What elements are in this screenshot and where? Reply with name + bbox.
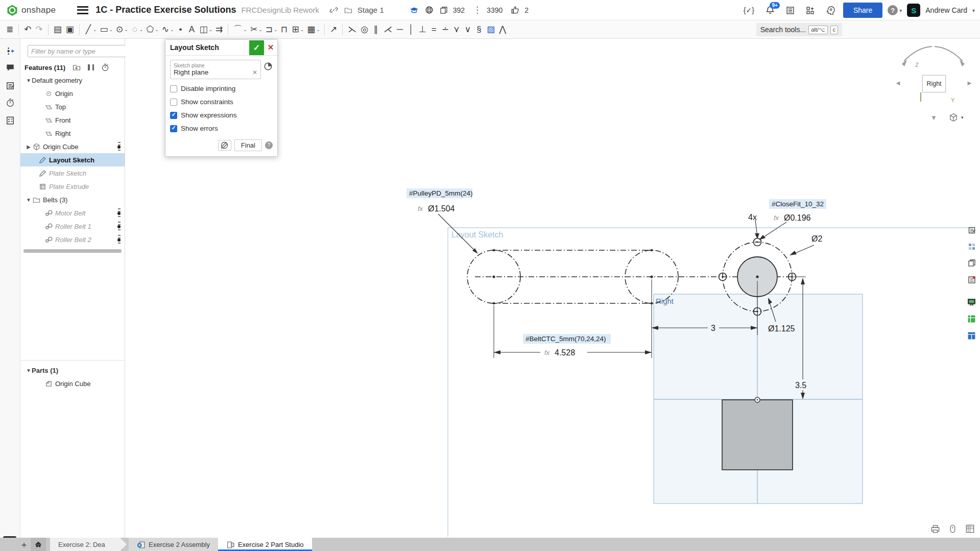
accept-button[interactable]: ✓ — [249, 40, 264, 55]
offset-icon[interactable]: ⇉ — [213, 23, 225, 36]
tab-exercise-2-dea[interactable]: Exercise 2: Dea — [50, 538, 127, 551]
workspace-name[interactable]: Stage 1 — [357, 6, 384, 14]
grid-view-icon[interactable] — [965, 524, 975, 535]
symmetric-icon[interactable]: ⋎ — [451, 23, 462, 36]
share-button[interactable]: Share — [843, 3, 882, 18]
feature-list-toggle-icon[interactable]: ≣ — [4, 23, 15, 36]
rollback-handle[interactable] — [118, 222, 121, 231]
home-tab-button[interactable] — [31, 538, 46, 551]
dropdown-caret-icon[interactable]: ⌄ — [243, 27, 247, 32]
tangent-icon[interactable]: ⋌ — [381, 23, 394, 36]
rollback-stopwatch-icon[interactable] — [101, 63, 109, 71]
final-sketch-icon[interactable] — [218, 140, 231, 151]
sheets-icon[interactable]: ▤ — [52, 23, 64, 36]
new-folder-icon[interactable] — [73, 63, 81, 71]
checklist-icon[interactable] — [4, 114, 16, 127]
help-icon[interactable]: ? — [888, 5, 898, 15]
line-icon[interactable]: ╱ — [83, 23, 94, 36]
dimension-bolt-circle[interactable]: Ø2 — [790, 234, 822, 255]
panel-lines-icon[interactable] — [966, 225, 977, 235]
dropdown-caret-icon[interactable]: ⌄ — [155, 27, 159, 32]
panel-doc-icon[interactable] — [966, 257, 977, 268]
redo-icon[interactable]: ↷ — [34, 23, 45, 36]
panel-display-icon[interactable] — [966, 297, 977, 307]
insert-icon[interactable] — [4, 45, 16, 57]
pattern-icon[interactable]: ⊞ — [290, 23, 301, 36]
history-icon[interactable] — [4, 97, 16, 109]
chevron-right-icon[interactable]: ▶ — [26, 144, 32, 150]
import-dxf-icon[interactable]: ▦ — [305, 23, 317, 36]
normal-icon[interactable]: ∨ — [462, 23, 473, 36]
release-list-icon[interactable] — [786, 6, 795, 15]
point-icon[interactable]: • — [175, 23, 186, 36]
checkbox-icon[interactable] — [170, 112, 177, 119]
bore-dia-value[interactable]: Ø1.125 — [768, 324, 795, 333]
feature-list-scrollbar[interactable] — [23, 249, 122, 253]
closefit-dia-value[interactable]: Ø0.196 — [784, 213, 811, 222]
copies-icon[interactable] — [440, 6, 448, 14]
tree-item-belts-folder[interactable]: ▼ Belts (3) — [20, 193, 125, 206]
checkbox-icon[interactable] — [170, 125, 177, 132]
horizontal-icon[interactable]: ─ — [394, 23, 405, 36]
construction-circle-icon[interactable]: ◌ — [129, 23, 140, 36]
rotate-down-arrow[interactable]: ▼ — [930, 114, 937, 122]
tree-item-origin-cube[interactable]: ▶ Origin Cube — [20, 140, 125, 153]
notes-icon[interactable] — [4, 80, 16, 92]
fillet-icon[interactable]: ⌒ — [231, 22, 244, 36]
onshape-logo[interactable]: onshape — [0, 4, 63, 16]
mirror-icon[interactable]: ◫ — [198, 23, 210, 36]
tree-item-motor-belt[interactable]: Motor Belt — [20, 206, 125, 220]
bolt-circle-dia-value[interactable]: Ø2 — [811, 234, 822, 243]
link-icon[interactable] — [329, 6, 338, 14]
equal-icon[interactable]: = — [428, 23, 440, 36]
sketch-fix-icon[interactable]: § — [473, 23, 485, 36]
dialog-header[interactable]: Layout Sketch ✓ ✕ — [165, 40, 277, 56]
closefit-variable-label[interactable]: #CloseFit_10_32 — [772, 200, 824, 208]
part-item-origin-cube[interactable]: Origin Cube — [20, 377, 125, 390]
ctc-variable-label[interactable]: #BeltCTC_5mm(70,24,24) — [525, 335, 606, 343]
checkbox-disable-imprinting[interactable]: Disable imprinting — [170, 85, 273, 92]
mouse-settings-icon[interactable] — [948, 524, 958, 535]
dropdown-caret-icon[interactable]: ⌄ — [109, 27, 113, 32]
dropdown-caret-icon[interactable]: ⌄ — [274, 27, 278, 32]
dropdown-caret-icon[interactable]: ⌄ — [124, 27, 128, 32]
dropdown-caret-icon[interactable]: ⌄ — [170, 27, 174, 32]
rotate-arrows[interactable] — [889, 43, 978, 74]
dropdown-caret-icon[interactable]: ⌄ — [300, 27, 304, 32]
suppress-pause-icon[interactable] — [88, 64, 94, 70]
spline-icon[interactable]: ∿ — [160, 23, 171, 36]
tree-item-top-plane[interactable]: Top — [20, 100, 125, 113]
tree-item-front-plane[interactable]: Front — [20, 113, 125, 127]
user-chevron-down-icon[interactable]: ▾ — [972, 8, 975, 13]
dimension-closefit[interactable]: 4x #CloseFit_10_32 fx Ø0.196 — [748, 199, 826, 240]
extend-icon[interactable]: ⊐ — [264, 23, 275, 36]
user-name[interactable]: Andrew Card — [925, 6, 967, 14]
tree-item-layout-sketch[interactable]: Layout Sketch — [20, 153, 125, 166]
right-plane-label[interactable]: Right — [656, 297, 674, 305]
cancel-button[interactable]: ✕ — [264, 40, 277, 55]
final-button[interactable]: Final — [234, 139, 262, 151]
hatch-icon[interactable]: ▨ — [485, 23, 497, 36]
printer-icon[interactable] — [930, 524, 940, 535]
avatar[interactable]: S — [907, 4, 920, 17]
show-points-icon[interactable]: ⋀ — [497, 23, 508, 36]
chevron-down-icon[interactable]: ▼ — [26, 78, 32, 83]
pulley-dia-value[interactable]: Ø1.504 — [428, 204, 455, 213]
checkbox-show-errors[interactable]: Show errors — [170, 125, 273, 132]
tree-item-roller-belt-1[interactable]: Roller Belt 1 — [20, 220, 125, 233]
origin-cube-section[interactable] — [722, 400, 793, 470]
activity-icon[interactable]: ⋮ — [473, 5, 482, 15]
text-icon[interactable]: A — [186, 23, 198, 36]
public-globe-icon[interactable] — [425, 6, 434, 14]
view-mode-cube-icon[interactable] — [949, 113, 958, 124]
dropdown-caret-icon[interactable]: ⌄ — [258, 27, 262, 32]
pulley-pd-variable-label[interactable]: #PulleyPD_5mm(24) — [409, 189, 473, 197]
polygon-icon[interactable]: ⬠ — [144, 23, 156, 36]
midpoint-icon[interactable]: ∸ — [440, 23, 451, 36]
panel-flag-icon[interactable] — [966, 274, 977, 285]
rotate-right-arrow[interactable]: ► — [966, 79, 973, 87]
chevron-down-icon[interactable]: ▼ — [26, 368, 32, 373]
clear-selection-icon[interactable]: ✕ — [252, 69, 257, 76]
new-tab-button[interactable]: ＋ — [17, 538, 31, 551]
dropdown-caret-icon[interactable]: ⌄ — [316, 27, 320, 32]
